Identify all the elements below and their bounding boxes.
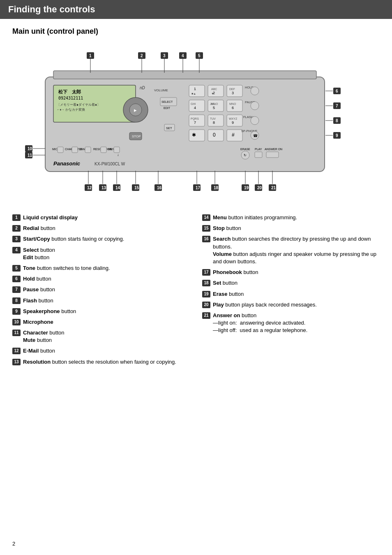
desc-item-20: 20 Play button plays back recorded messa… xyxy=(202,301,380,309)
svg-point-53 xyxy=(251,116,259,125)
svg-text:8: 8 xyxy=(213,121,215,125)
svg-rect-66 xyxy=(72,147,78,153)
svg-text:PQRS: PQRS xyxy=(191,117,199,121)
svg-text:3: 3 xyxy=(232,91,234,95)
svg-text:4: 4 xyxy=(194,106,196,110)
description-right-column: 14 Menu button initiates programming. 15… xyxy=(202,214,380,369)
svg-text:DEF: DEF xyxy=(229,88,235,91)
svg-text:9: 9 xyxy=(232,121,234,125)
svg-text:18: 18 xyxy=(214,186,219,190)
svg-text:7: 7 xyxy=(194,121,196,125)
desc-item-2: 2 Redial button xyxy=(12,225,190,232)
svg-text:14: 14 xyxy=(115,186,120,190)
svg-rect-56 xyxy=(208,130,224,141)
desc-item-13: 13 Resolution button selects the resolut… xyxy=(12,358,190,366)
desc-item-17: 17 Phonebook button xyxy=(202,269,380,276)
svg-rect-49 xyxy=(227,115,242,126)
svg-text:WXYZ: WXYZ xyxy=(229,117,238,120)
svg-text:TUV: TUV xyxy=(210,117,216,120)
svg-rect-72 xyxy=(114,147,120,153)
svg-text:EDIT: EDIT xyxy=(164,107,171,109)
svg-text:STOP: STOP xyxy=(132,135,141,138)
svg-rect-54 xyxy=(189,130,205,141)
diagram-container: 松下 太郎 0924312111 〔メモリー着∎ダイヤル着∎〕 ←♦→ かなカナ… xyxy=(12,44,382,210)
svg-rect-34 xyxy=(208,100,224,111)
desc-item-11: 11 Character button Mute button xyxy=(12,329,190,344)
desc-item-14: 14 Menu button initiates programming. xyxy=(202,214,380,221)
svg-text:4: 4 xyxy=(182,53,184,58)
desc-item-18: 18 Set button xyxy=(202,279,380,287)
svg-text:SET: SET xyxy=(166,126,172,130)
svg-text:16: 16 xyxy=(157,186,162,190)
svg-text:↓: ↓ xyxy=(117,153,119,157)
svg-text:松下　太郎: 松下 太郎 xyxy=(58,89,81,94)
svg-text:▶: ▶ xyxy=(134,109,137,112)
svg-text:PLAY: PLAY xyxy=(255,148,262,151)
svg-text:7: 7 xyxy=(336,104,338,108)
svg-text:20: 20 xyxy=(257,186,262,190)
svg-text:▼: ▼ xyxy=(211,92,214,95)
svg-text:MIC: MIC xyxy=(52,148,58,151)
svg-rect-1 xyxy=(53,71,316,79)
svg-text:9: 9 xyxy=(336,133,338,138)
desc-item-6: 6 Hold button xyxy=(12,275,190,283)
svg-text:✱: ✱ xyxy=(192,132,196,138)
page-title: Finding the controls xyxy=(8,4,384,15)
svg-text:■▲: ■▲ xyxy=(191,92,196,95)
svg-rect-22 xyxy=(208,85,224,97)
svg-text:15: 15 xyxy=(134,186,139,190)
svg-text:3: 3 xyxy=(163,53,166,58)
svg-point-30 xyxy=(251,87,259,95)
page-header: Finding the controls xyxy=(0,0,392,19)
svg-rect-64 xyxy=(58,147,63,153)
svg-text:21: 21 xyxy=(271,186,276,190)
svg-text:↻: ↻ xyxy=(244,153,247,157)
svg-text:MNO: MNO xyxy=(229,102,236,105)
svg-text:1: 1 xyxy=(89,53,92,58)
control-panel-diagram: 松下 太郎 0924312111 〔メモリー着∎ダイヤル着∎〕 ←♦→ かなカナ… xyxy=(12,44,382,209)
desc-item-19: 19 Erase button xyxy=(202,290,380,298)
svg-text:VOLUME: VOLUME xyxy=(154,88,168,92)
svg-text:0: 0 xyxy=(213,132,216,138)
svg-rect-68 xyxy=(85,147,91,153)
desc-item-21: 21 Answer on button —light on: answering… xyxy=(202,312,380,334)
desc-item-5: 5 Tone button switches to tone dialing. xyxy=(12,265,190,272)
desc-item-10: 10 Microphone xyxy=(12,318,190,326)
desc-item-7: 7 Pause button xyxy=(12,286,190,293)
desc-item-12: 12 E-Mail button xyxy=(12,347,190,355)
svg-rect-31 xyxy=(189,100,205,111)
svg-text:6: 6 xyxy=(232,106,234,110)
svg-text:19: 19 xyxy=(244,186,249,190)
desc-item-3: 3 Start/Copy button starts faxing or cop… xyxy=(12,235,190,243)
svg-text:Panasonic: Panasonic xyxy=(53,160,81,167)
svg-text:☎: ☎ xyxy=(253,134,258,138)
page-number: 2 xyxy=(12,541,15,547)
svg-rect-46 xyxy=(208,115,224,126)
svg-text:SELECT: SELECT xyxy=(161,100,173,103)
svg-text:5: 5 xyxy=(198,53,201,58)
desc-item-9: 9 Speakerphone button xyxy=(12,308,190,315)
svg-text:8: 8 xyxy=(336,118,338,123)
description-section: 1 Liquid crystal display 2 Redial button… xyxy=(12,214,380,369)
svg-text:#: # xyxy=(232,132,235,138)
svg-rect-38 xyxy=(227,100,242,111)
desc-item-1: 1 Liquid crystal display xyxy=(12,214,190,221)
svg-text:GHI: GHI xyxy=(191,102,196,105)
svg-text:ANSWER ON: ANSWER ON xyxy=(265,148,282,151)
svg-text:1: 1 xyxy=(194,87,196,91)
svg-text:←♦→ かなカナ変換: ←♦→ かなカナ変換 xyxy=(57,108,85,111)
svg-text:KX-PW100CL W: KX-PW100CL W xyxy=(95,162,125,166)
svg-rect-43 xyxy=(189,115,205,126)
svg-text:17: 17 xyxy=(196,186,201,190)
svg-rect-78 xyxy=(255,152,262,158)
svg-rect-70 xyxy=(101,147,106,153)
svg-point-42 xyxy=(251,102,259,110)
svg-text:13: 13 xyxy=(101,186,106,190)
desc-item-15: 15 Stop button xyxy=(202,225,380,232)
svg-rect-26 xyxy=(227,85,242,97)
svg-rect-58 xyxy=(227,130,242,141)
svg-text:MNO: MNO xyxy=(211,102,218,105)
section-title: Main unit (control panel) xyxy=(12,27,380,36)
desc-item-16: 16 Search button searches the directory … xyxy=(202,235,380,265)
desc-item-4: 4 Select button Edit button xyxy=(12,246,190,261)
